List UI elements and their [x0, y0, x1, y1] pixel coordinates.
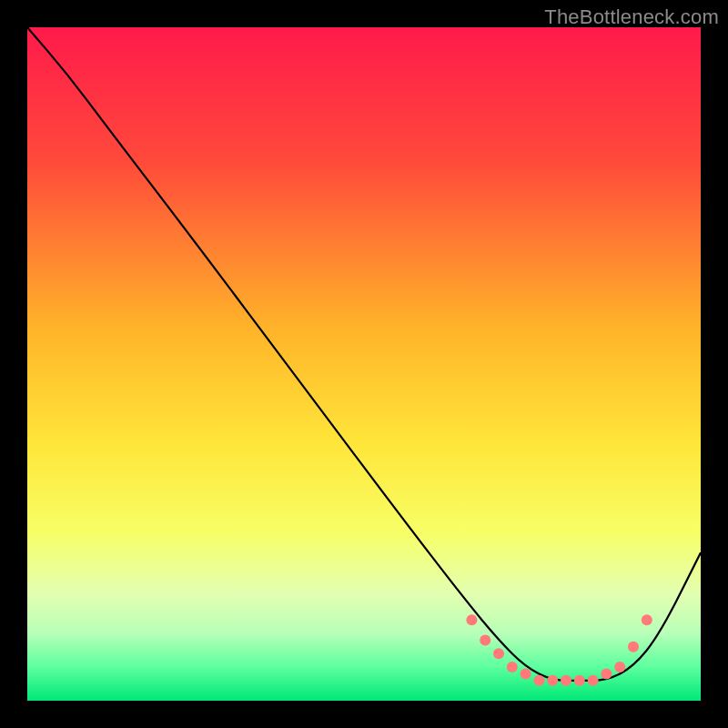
marker-dot: [507, 662, 518, 672]
chart-svg: [27, 27, 701, 701]
marker-dot: [614, 662, 625, 672]
marker-dot: [628, 642, 639, 652]
marker-dot: [480, 634, 490, 645]
gradient-background: [27, 27, 701, 701]
marker-dot: [561, 675, 571, 686]
plot-area: [27, 27, 701, 701]
chart-frame: TheBottleneck.com: [0, 0, 728, 728]
marker-dot: [601, 668, 612, 679]
marker-dot: [547, 675, 558, 686]
marker-dot: [493, 648, 504, 659]
marker-dot: [533, 675, 544, 686]
marker-dot: [588, 675, 599, 686]
marker-dot: [574, 675, 585, 686]
attribution-text: TheBottleneck.com: [544, 5, 719, 29]
marker-dot: [466, 614, 477, 625]
marker-dot: [521, 668, 531, 679]
marker-dot: [642, 614, 652, 625]
